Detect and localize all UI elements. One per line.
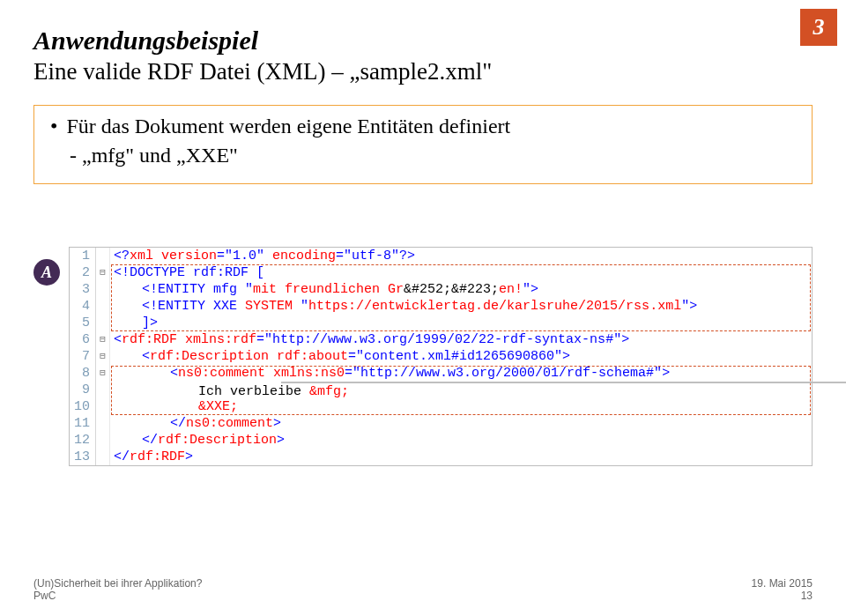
line-number: 11: [70, 415, 96, 432]
code-content: <rdf:Description rdf:about="content.xml#…: [110, 348, 812, 365]
footer-left-line1: (Un)Sicherheit bei ihrer Applikation?: [33, 577, 202, 590]
code-line: 3<!ENTITY mfg "mit freundlichen Gr&#252;…: [70, 281, 812, 298]
code-content: </ns0:comment>: [110, 415, 812, 432]
code-panel: 1<?xml version="1.0" encoding="utf-8"?>2…: [69, 247, 813, 466]
fold-toggle[interactable]: ⊟: [96, 348, 110, 365]
code-content: <!DOCTYPE rdf:RDF [: [110, 264, 812, 281]
code-line: 2⊟<!DOCTYPE rdf:RDF [: [70, 264, 812, 281]
line-number: 2: [70, 264, 96, 281]
code-line: 12</rdf:Description>: [70, 432, 812, 449]
code-content: &XXE;: [110, 398, 812, 415]
line-number: 3: [70, 281, 96, 298]
line-number: 4: [70, 298, 96, 315]
code-line: 11</ns0:comment>: [70, 415, 812, 432]
line-number: 5: [70, 315, 96, 331]
code-content: <!ENTITY mfg "mit freundlichen Gr&#252;&…: [110, 281, 812, 298]
code-line: 4<!ENTITY XXE SYSTEM "https://entwickler…: [70, 298, 812, 315]
content-box: • Für das Dokument werden eigene Entität…: [33, 105, 813, 184]
bullet-subtext: - „mfg" und „XXE": [50, 144, 796, 167]
code-content: <rdf:RDF xmlns:rdf="http://www.w3.org/19…: [110, 331, 812, 348]
line-number: 6: [70, 331, 96, 348]
code-line: 9Ich verbleibe &mfg;: [70, 382, 812, 398]
code-line: 7⊟<rdf:Description rdf:about="content.xm…: [70, 348, 812, 365]
fold-toggle[interactable]: ⊟: [96, 331, 110, 348]
page-badge-number: 3: [813, 14, 825, 41]
badge-a: A: [33, 259, 60, 286]
slide-subtitle: Eine valide RDF Datei (XML) – „sample2.x…: [33, 58, 813, 85]
code-content: <!ENTITY XXE SYSTEM "https://entwicklert…: [110, 298, 812, 315]
fold-toggle[interactable]: ⊟: [96, 365, 110, 382]
code-content: Ich verbleibe &mfg;: [110, 382, 812, 398]
code-content: <ns0:comment xmlns:ns0="http://www.w3.or…: [110, 365, 812, 382]
fold-toggle: [96, 315, 110, 331]
page-badge: 3: [800, 9, 837, 46]
line-number: 7: [70, 348, 96, 365]
bullet-text: Für das Dokument werden eigene Entitäten…: [66, 115, 510, 138]
code-line: 10&XXE;: [70, 398, 812, 415]
fold-toggle: [96, 248, 110, 264]
fold-toggle: [96, 415, 110, 432]
code-line: 1<?xml version="1.0" encoding="utf-8"?>: [70, 248, 812, 264]
code-content: <?xml version="1.0" encoding="utf-8"?>: [110, 248, 812, 264]
footer-right-line1: 19. Mai 2015: [752, 577, 813, 590]
fold-toggle: [96, 382, 110, 398]
line-number: 13: [70, 449, 96, 465]
code-line: 8⊟<ns0:comment xmlns:ns0="http://www.w3.…: [70, 365, 812, 382]
bullet-dot: •: [50, 115, 57, 138]
code-line: 6⊟<rdf:RDF xmlns:rdf="http://www.w3.org/…: [70, 331, 812, 348]
line-number: 10: [70, 398, 96, 415]
code-line: 13</rdf:RDF>: [70, 449, 812, 465]
slide-title: Anwendungsbeispiel: [33, 25, 813, 56]
line-number: 12: [70, 432, 96, 449]
fold-toggle: [96, 449, 110, 465]
code-content: </rdf:RDF>: [110, 449, 812, 465]
line-number: 8: [70, 365, 96, 382]
fold-toggle[interactable]: ⊟: [96, 264, 110, 281]
fold-toggle: [96, 398, 110, 415]
fold-toggle: [96, 432, 110, 449]
line-number: 9: [70, 382, 96, 398]
code-content: ]>: [110, 315, 812, 331]
footer-right-line2: 13: [752, 590, 813, 602]
fold-toggle: [96, 298, 110, 315]
footer: (Un)Sicherheit bei ihrer Applikation? Pw…: [33, 577, 813, 602]
code-content: </rdf:Description>: [110, 432, 812, 449]
badge-a-label: A: [41, 263, 52, 282]
footer-left-line2: PwC: [33, 590, 202, 602]
code-line: 5]>: [70, 315, 812, 331]
fold-toggle: [96, 281, 110, 298]
line-number: 1: [70, 248, 96, 264]
